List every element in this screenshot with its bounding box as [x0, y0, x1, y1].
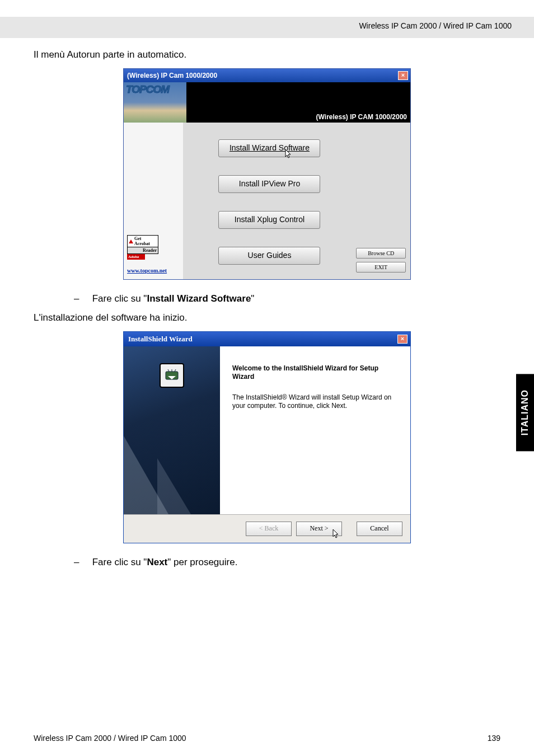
acrobat-line2: Reader [128, 247, 158, 253]
browse-cd-button[interactable]: Browse CD [356, 248, 406, 259]
back-button: < Back [246, 522, 292, 536]
bullet1-pre: Fare clic su " [92, 293, 147, 304]
installshield-heading: Welcome to the InstallShield Wizard for … [232, 364, 397, 381]
page-footer: Wireless IP Cam 2000 / Wired IP Cam 1000… [34, 734, 500, 743]
close-icon[interactable]: × [397, 335, 407, 344]
acrobat-line1: Get Acrobat [134, 236, 157, 246]
paragraph-install-start: L'installazione del software ha inizio. [34, 312, 500, 323]
page-header: Wireless IP Cam 2000 / Wired IP Cam 1000 [0, 17, 534, 38]
install-ipview-button[interactable]: Install IPView Pro [218, 175, 320, 193]
autorun-title-text: (Wireless) IP Cam 1000/2000 [127, 72, 217, 79]
cancel-button[interactable]: Cancel [357, 522, 402, 536]
installshield-title-text: InstallShield Wizard [128, 335, 193, 344]
install-wizard-label: Install Wizard Software [229, 143, 310, 152]
autorun-side-buttons: Browse CD EXIT [356, 123, 410, 279]
installshield-screenshot: InstallShield Wizard × Welcome to the In… [34, 331, 500, 543]
autorun-banner: TOPCOM (Wireless) IP CAM 1000/2000 [124, 82, 410, 123]
adobe-label: Adobe [127, 254, 145, 260]
next-button-label: Next > [310, 524, 328, 532]
topcom-logo: TOPCOM [124, 82, 186, 123]
autorun-screenshot: (Wireless) IP Cam 1000/2000 × TOPCOM (Wi… [34, 68, 500, 280]
user-guides-button[interactable]: User Guides [218, 247, 320, 265]
bullet1-bold: Install Wizard Software [147, 293, 251, 304]
cursor-icon [331, 529, 340, 540]
bullet2-post: " per proseguire. [167, 557, 237, 567]
bullet1-post: " [251, 293, 254, 304]
close-icon[interactable]: × [398, 71, 408, 80]
topcom-logo-text: TOPCOM [126, 83, 169, 96]
installshield-titlebar: InstallShield Wizard × [124, 332, 410, 346]
footer-title: Wireless IP Cam 2000 / Wired IP Cam 1000 [34, 734, 186, 743]
installshield-left-panel [124, 346, 220, 514]
install-xplug-button[interactable]: Install Xplug Control [218, 211, 320, 229]
paragraph-autorun: Il menù Autorun parte in automatico. [34, 49, 500, 60]
page-number: 139 [488, 734, 500, 743]
installshield-footer: < Back Next > Cancel [124, 514, 410, 543]
autorun-sidebar: Get Acrobat Reader Adobe www.topcom.net [124, 123, 183, 279]
bullet-next: – Fare clic su "Next" per proseguire. [74, 557, 500, 568]
header-title: Wireless IP Cam 2000 / Wired IP Cam 1000 [359, 21, 512, 30]
topcom-link[interactable]: www.topcom.net [127, 267, 183, 274]
installshield-paragraph: The InstallShield® Wizard will install S… [232, 393, 397, 410]
installshield-window: InstallShield Wizard × Welcome to the In… [123, 331, 411, 543]
exit-button[interactable]: EXIT [356, 262, 406, 273]
setup-icon [160, 363, 184, 388]
banner-product-name: (Wireless) IP CAM 1000/2000 [316, 113, 410, 123]
bullet2-bold: Next [147, 557, 167, 567]
bullet2-pre: Fare clic su " [92, 557, 147, 567]
installshield-content: Welcome to the InstallShield Wizard for … [220, 346, 410, 514]
language-tab: ITALIANO [516, 374, 534, 451]
get-acrobat-badge[interactable]: Get Acrobat Reader [127, 235, 158, 254]
bullet-install-wizard: – Fare clic su "Install Wizard Software" [74, 293, 500, 304]
install-wizard-button[interactable]: Install Wizard Software [218, 139, 320, 157]
next-button[interactable]: Next > [296, 522, 342, 536]
autorun-menu: Install Wizard Software Install IPView P… [183, 123, 357, 279]
autorun-window: (Wireless) IP Cam 1000/2000 × TOPCOM (Wi… [123, 68, 411, 280]
autorun-titlebar: (Wireless) IP Cam 1000/2000 × [124, 69, 410, 82]
